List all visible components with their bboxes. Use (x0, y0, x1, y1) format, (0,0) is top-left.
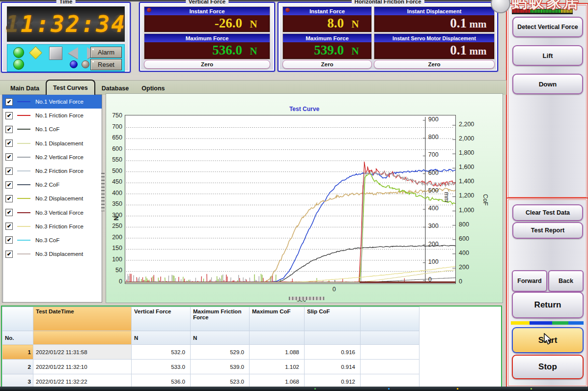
table-cell: 0.914 (305, 360, 361, 374)
green-lamp-icon (13, 59, 24, 70)
series-checkbox[interactable]: ✔ (5, 195, 13, 202)
table-header-cell[interactable]: Maximum CoF (250, 307, 305, 331)
series-checkbox-list: ✔No.1 Vertical Force✔No.1 Friction Force… (2, 94, 102, 303)
displacement-zero-button[interactable]: Zero (374, 60, 495, 69)
return-button[interactable]: Return (512, 292, 584, 318)
tick-label: 750 (106, 112, 122, 119)
horizontal-maximum-force-label: Maximum Force (283, 34, 371, 42)
series-item[interactable]: ✔No.3 Displacement (2, 247, 102, 261)
lift-button[interactable]: Lift (512, 45, 583, 66)
vertical-splitter[interactable] (101, 173, 105, 211)
alarm-button[interactable]: Alarm (90, 47, 122, 58)
test-report-button[interactable]: Test Report (512, 222, 583, 239)
vertical-maximum-force-unit: N (242, 45, 265, 57)
tab-bar: Main DataTest CurvesDatabaseOptions (0, 80, 506, 95)
table-header-cell[interactable]: Slip CoF (305, 307, 361, 331)
tick-label: 200 (428, 241, 439, 248)
stop-button[interactable]: Stop (512, 355, 584, 379)
vertical-zero-button[interactable]: Zero (144, 60, 270, 69)
tick-label: 1,800 (459, 149, 474, 156)
tab-main-data[interactable]: Main Data (4, 82, 46, 95)
series-item[interactable]: ✔No.1 Displacement (2, 137, 102, 150)
servo-displacement-unit: mm (467, 45, 489, 57)
table-header-cell[interactable] (2, 307, 33, 331)
series-checkbox[interactable]: ✔ (5, 112, 13, 119)
table-cell: 0.916 (305, 345, 361, 360)
series-label: No.2 Vertical Force (35, 154, 84, 160)
series-color-swatch (17, 101, 30, 102)
gray-lamp-icon (82, 60, 89, 68)
back-button[interactable]: Back (548, 270, 584, 292)
tick-label: 600 (106, 145, 122, 152)
tick-label: CoF (482, 194, 489, 206)
series-checkbox[interactable]: ✔ (5, 168, 13, 175)
series-checkbox[interactable]: ✔ (5, 153, 13, 161)
horizontal-splitter[interactable] (289, 297, 324, 300)
tick-label: 900 (428, 116, 439, 123)
series-item[interactable]: ✔No.3 Vertical Force (2, 206, 102, 220)
series-checkbox[interactable]: ✔ (5, 126, 13, 133)
tick-label: 500 (428, 187, 439, 194)
horizontal-instant-force-label: Instant Force (283, 7, 371, 15)
tick-label: 100 (428, 258, 439, 265)
square-button-icon[interactable] (49, 47, 62, 60)
series-item[interactable]: ✔No.3 CoF (2, 233, 102, 247)
table-header-cell[interactable]: Maximum Friction Force (191, 307, 250, 331)
series-item[interactable]: ✔No.1 CoF (2, 122, 102, 136)
series-checkbox[interactable]: ✔ (5, 236, 13, 244)
reset-button[interactable]: Reset (90, 59, 122, 70)
clock-digit: 4 (111, 11, 126, 37)
table-row[interactable]: 22022/01/22 11:32:10533.0539.01.1020.914 (2, 360, 420, 374)
vertical-instant-force-value: -26.0 (215, 16, 242, 30)
table-cell: 539.0 (191, 360, 250, 374)
table-row[interactable]: 32022/01/22 11:32:22536.0523.01.0680.912 (2, 374, 420, 389)
series-checkbox[interactable]: ✔ (5, 140, 13, 147)
tick-label: 1,600 (459, 164, 474, 170)
series-item[interactable]: ✔No.3 Friction Force (2, 220, 102, 233)
series-checkbox[interactable]: ✔ (5, 209, 13, 216)
clear-test-data-button[interactable]: Clear Test Data (512, 204, 583, 221)
table-cell: 523.0 (191, 374, 250, 389)
test-control-panel: Clear Test Data Test Report Forward Back… (506, 197, 588, 388)
table-cell: 1.088 (250, 345, 305, 360)
series-item[interactable]: ✔No.2 Vertical Force (2, 150, 102, 164)
forward-button[interactable]: Forward (512, 270, 547, 292)
series-item[interactable]: ✔No.2 Friction Force (2, 164, 102, 178)
series-checkbox[interactable]: ✔ (5, 98, 13, 106)
vertical-force-panel: Vertical Force Instant Force -26.0N Maxi… (139, 2, 275, 72)
series-color-swatch (17, 212, 30, 213)
tab-test-curves[interactable]: Test Curves (46, 80, 95, 95)
tick-label: 800 (459, 221, 469, 228)
tick-label: 400 (106, 190, 122, 196)
series-item[interactable]: ✔No.1 Friction Force (2, 109, 102, 122)
table-header-cell[interactable] (361, 307, 420, 331)
tick-label: mm (443, 192, 450, 202)
down-button[interactable]: Down (512, 74, 583, 94)
series-color-swatch (17, 253, 30, 254)
horizontal-zero-button[interactable]: Zero (282, 60, 372, 69)
series-item[interactable]: ✔No.2 Displacement (2, 192, 102, 205)
tick-label: 2,200 (459, 121, 474, 128)
series-checkbox[interactable]: ✔ (5, 223, 13, 230)
series-item[interactable]: ✔No.2 CoF (2, 178, 102, 192)
series-checkbox[interactable]: ✔ (5, 181, 13, 189)
tick-label: 400 (428, 205, 439, 212)
detect-vertical-force-button[interactable]: Detect Vertical Force (512, 17, 583, 37)
left-arrow-icon[interactable] (68, 47, 78, 59)
series-checkbox[interactable]: ✔ (5, 251, 13, 258)
chart-card: Test Curve 05010015020025030035040045050… (106, 93, 503, 303)
table-header-cell[interactable]: Test DateTime (33, 307, 132, 331)
record-indicator-icon (285, 8, 290, 12)
series-item[interactable]: ✔No.1 Vertical Force (2, 95, 102, 109)
table-unit-cell (305, 331, 361, 345)
instant-displacement-unit: mm (467, 18, 489, 30)
table-header-cell[interactable]: Vertical Force (132, 307, 191, 331)
vertical-instant-force-display: Instant Force -26.0N (144, 6, 270, 32)
table-row[interactable]: 12022/01/22 11:31:58532.0529.01.0880.916 (2, 345, 420, 360)
series-color-swatch (17, 157, 30, 158)
tick-label: 1,400 (459, 178, 474, 185)
servo-displacement-display: Instant Servo Motor Displacement 0.1mm (374, 33, 495, 59)
series-label: No.2 CoF (35, 182, 59, 188)
table-cell: 2 (2, 360, 33, 374)
horizontal-maximum-force-display: Maximum Force 539.0N (282, 33, 372, 59)
